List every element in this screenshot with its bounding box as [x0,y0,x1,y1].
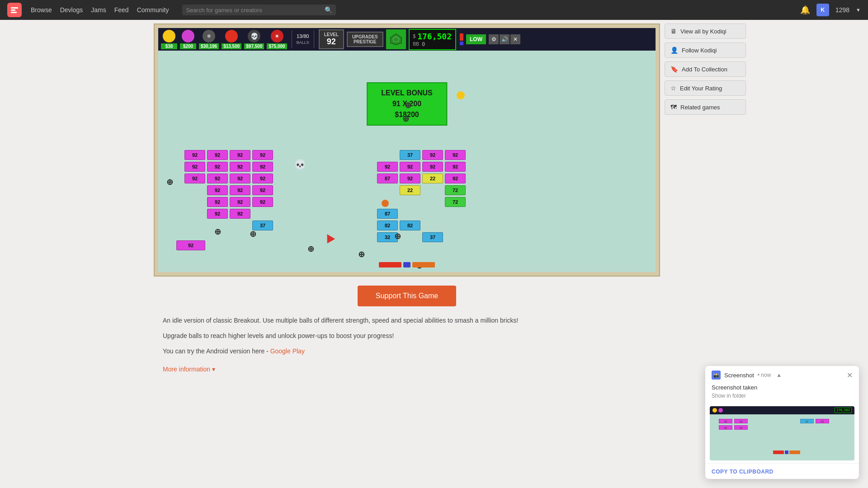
ball-item-5[interactable]: 💀 $97,500 [244,30,264,49]
add-collection-button[interactable]: 🔖 Add To Collection [665,61,746,77]
hud-divider [292,30,292,48]
ball-item-1[interactable]: $38 [161,30,177,49]
mini-brick: 92 [719,419,732,423]
brick: 92 [207,209,228,219]
nav-browse[interactable]: Browse [31,6,52,14]
balls-count: 13/80 BALLS [297,33,309,46]
ball-circle-4 [225,30,238,42]
paddle [379,262,435,267]
notif-body: Screenshot taken Show in folder [705,382,859,404]
brick: 92 [445,150,466,160]
ball-item-4[interactable]: $13,500 [222,30,241,49]
notif-time: • now [758,372,771,378]
settings-gear-btn[interactable]: ⚙ [489,34,499,44]
brick: 92 [230,185,250,195]
preview-money: 176,502 [835,408,852,413]
ball-item-2[interactable]: $200 [180,30,196,49]
ball-yellow [457,91,465,99]
follow-button[interactable]: 👤 Follow Kodiqi [665,42,746,58]
plus-icon: ⊕ [166,177,173,187]
ball-circle-5: 💀 [248,30,260,42]
brick: 22 [400,185,420,195]
cursor [323,232,335,244]
nav-devlogs[interactable]: Devlogs [60,6,83,14]
upgrades-box[interactable]: UPGRADES PRESTIGE [347,32,383,47]
more-info-link[interactable]: More information ▾ [154,366,224,373]
ball-item-3[interactable]: ⊕ $30,196 [199,30,219,49]
google-play-link[interactable]: Google Play [270,347,305,355]
notif-taken: Screenshot taken [712,384,853,391]
ball-price-3: $30,196 [199,43,219,49]
chevron-down-icon: ▾ [212,366,215,373]
ball-circle-3: ⊕ [203,30,215,42]
mini-brick: 92 [816,419,829,423]
nav-jams[interactable]: Jams [91,6,106,14]
notif-footer: COPY TO CLIPBOARD [705,463,859,479]
preview-game-area: 92 92 37 92 92 92 [710,414,854,460]
copy-clipboard-button[interactable]: COPY TO CLIPBOARD [712,469,774,475]
brick: 87 [377,174,398,183]
plus-icon: ⊕ [358,249,365,259]
below-game: Support This Game An idle version of cla… [154,277,660,382]
ball-price-2: $200 [180,43,196,49]
ball-circle-6: ✴ [271,30,283,42]
nav-links: Browse Devlogs Jams Feed Community [31,6,169,14]
brick: 92 [445,162,466,172]
fullscreen-btn[interactable]: ✕ [510,34,520,44]
navbar-right: 🔔 K 1298 ▼ [800,4,861,16]
brick: 87 [377,209,398,219]
notif-close-icon[interactable]: ✕ [847,371,853,380]
plus-icon: ⊕ [394,231,401,241]
star-icon: ☆ [670,84,676,92]
rank-icon [386,29,406,49]
ball-item-6[interactable]: ✴ $75,000 [267,30,287,49]
brick: 92 [207,174,228,183]
search-input[interactable] [186,7,322,14]
brick: 92 [400,162,420,172]
brick: 92 [176,240,205,250]
search-bar[interactable]: 🔍 [182,5,336,15]
mini-brick: 37 [800,419,814,423]
plus-icon: ⊕ [402,114,409,124]
person-icon: 👤 [670,47,678,54]
quality-box[interactable]: LOW [466,34,486,44]
plus-icon: ⊕ [214,227,221,237]
show-folder[interactable]: Show in folder [712,393,853,399]
right-sidebar: 🖥 View all by Kodiqi 👤 Follow Kodiqi 🔖 A… [660,20,750,386]
volume-btn[interactable]: 🔊 [500,34,509,44]
ball-circle-1 [163,30,175,42]
related-games-button[interactable]: 🗺 Related games [665,99,746,115]
brick: 92 [252,150,273,160]
brick: 92 [230,209,250,219]
user-dropdown-arrow[interactable]: ▼ [856,7,861,13]
left-sidebar [0,20,154,386]
nav-community[interactable]: Community [137,6,169,14]
support-game-button[interactable]: Support This Game [358,286,456,306]
logo[interactable] [7,3,22,17]
mini-paddle [773,450,800,454]
brick: 92 [207,150,228,160]
bookmark-icon: 🔖 [670,66,678,73]
brick: 82 [377,221,398,230]
brick: 92 [184,174,205,183]
game-area[interactable]: LEVEL BONUS 91 X 200 $18200 💀 92 92 92 9… [158,51,656,272]
ball-orange [382,200,389,207]
username: 1298 [835,6,849,14]
description-line1: An idle version of classic Breakout. Use… [163,315,651,326]
brick: 92 [377,162,398,172]
game-description: An idle version of classic Breakout. Use… [154,315,660,357]
map-icon: 🗺 [670,103,677,111]
view-all-button[interactable]: 🖥 View all by Kodiqi [665,23,746,39]
navbar: Browse Devlogs Jams Feed Community 🔍 🔔 K… [0,0,868,20]
nav-feed[interactable]: Feed [114,6,129,14]
brick: 22 [422,174,443,183]
edit-rating-button[interactable]: ☆ Edit Your Rating [665,80,746,96]
brick: 92 [252,174,273,183]
description-line2: Upgrade balls to reach higher levels and… [163,331,651,342]
plus-icon: ⊕ [405,100,411,110]
game-hud: $38 $200 ⊕ $30,196 $13,500 [158,28,656,51]
level-box: LEVEL 92 [319,29,344,49]
notification-icon[interactable]: 🔔 [800,5,810,15]
notif-preview: 176,502 92 92 37 92 92 92 [710,406,854,460]
brick: 92 [400,174,420,183]
